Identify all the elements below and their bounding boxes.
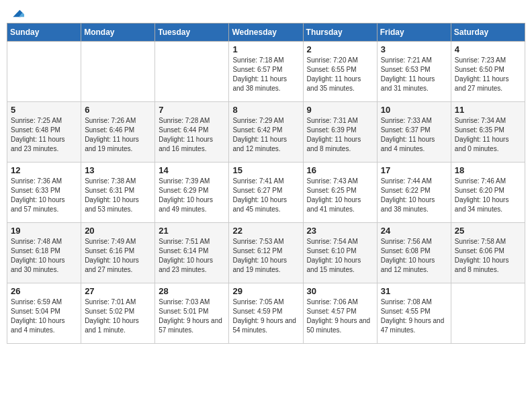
day-info: Sunrise: 7:36 AM Sunset: 6:33 PM Dayligh… [11,177,77,214]
calendar-week-row: 5Sunrise: 7:25 AM Sunset: 6:48 PM Daylig… [7,102,525,163]
calendar-table: SundayMondayTuesdayWednesdayThursdayFrid… [7,23,525,344]
calendar-cell: 7Sunrise: 7:28 AM Sunset: 6:44 PM Daylig… [155,102,229,163]
day-number: 20 [85,226,151,236]
day-info: Sunrise: 7:33 AM Sunset: 6:37 PM Dayligh… [381,116,447,154]
calendar-cell: 9Sunrise: 7:31 AM Sunset: 6:39 PM Daylig… [303,102,377,163]
day-info: Sunrise: 7:34 AM Sunset: 6:35 PM Dayligh… [455,116,521,154]
weekday-header-wednesday: Wednesday [229,24,303,42]
weekday-header-tuesday: Tuesday [155,24,229,42]
day-number: 3 [381,44,447,54]
day-info: Sunrise: 7:46 AM Sunset: 6:20 PM Dayligh… [455,177,521,214]
day-info: Sunrise: 7:56 AM Sunset: 6:08 PM Dayligh… [381,237,447,275]
day-info: Sunrise: 7:51 AM Sunset: 6:14 PM Dayligh… [159,237,225,275]
day-info: Sunrise: 7:41 AM Sunset: 6:27 PM Dayligh… [232,177,299,214]
day-number: 12 [11,165,77,175]
weekday-header-thursday: Thursday [303,24,377,42]
calendar-cell [7,42,81,102]
day-number: 9 [307,105,373,115]
calendar-cell [155,42,229,102]
calendar-cell: 19Sunrise: 7:48 AM Sunset: 6:18 PM Dayli… [7,223,81,283]
calendar-week-row: 19Sunrise: 7:48 AM Sunset: 6:18 PM Dayli… [7,223,525,283]
calendar-cell: 6Sunrise: 7:26 AM Sunset: 6:46 PM Daylig… [81,102,155,163]
weekday-header-monday: Monday [81,24,155,42]
day-info: Sunrise: 7:23 AM Sunset: 6:50 PM Dayligh… [455,56,521,93]
day-number: 27 [85,286,151,296]
calendar-cell: 30Sunrise: 7:06 AM Sunset: 4:57 PM Dayli… [303,283,377,344]
day-number: 14 [159,165,225,175]
logo [9,7,24,17]
day-number: 30 [307,286,373,296]
day-info: Sunrise: 7:18 AM Sunset: 6:57 PM Dayligh… [232,56,299,93]
day-info: Sunrise: 7:44 AM Sunset: 6:22 PM Dayligh… [381,177,447,214]
day-number: 7 [159,105,225,115]
day-info: Sunrise: 7:39 AM Sunset: 6:29 PM Dayligh… [159,177,225,214]
day-number: 13 [85,165,151,175]
calendar-cell: 2Sunrise: 7:20 AM Sunset: 6:55 PM Daylig… [303,42,377,102]
day-number: 21 [159,226,225,236]
calendar-cell: 10Sunrise: 7:33 AM Sunset: 6:37 PM Dayli… [377,102,451,163]
day-number: 24 [381,226,447,236]
day-number: 11 [455,105,521,115]
day-number: 31 [381,286,447,296]
calendar-cell: 3Sunrise: 7:21 AM Sunset: 6:53 PM Daylig… [377,42,451,102]
calendar-cell: 11Sunrise: 7:34 AM Sunset: 6:35 PM Dayli… [451,102,525,163]
calendar-cell: 14Sunrise: 7:39 AM Sunset: 6:29 PM Dayli… [155,163,229,223]
calendar-week-row: 12Sunrise: 7:36 AM Sunset: 6:33 PM Dayli… [7,163,525,223]
calendar-cell: 1Sunrise: 7:18 AM Sunset: 6:57 PM Daylig… [229,42,303,102]
calendar-cell: 25Sunrise: 7:58 AM Sunset: 6:06 PM Dayli… [451,223,525,283]
weekday-header-saturday: Saturday [451,24,525,42]
calendar-header-row: SundayMondayTuesdayWednesdayThursdayFrid… [7,24,525,42]
day-info: Sunrise: 7:29 AM Sunset: 6:42 PM Dayligh… [232,116,299,154]
weekday-header-friday: Friday [377,24,451,42]
day-info: Sunrise: 7:48 AM Sunset: 6:18 PM Dayligh… [11,237,77,275]
calendar-cell: 28Sunrise: 7:03 AM Sunset: 5:01 PM Dayli… [155,283,229,344]
calendar-cell [81,42,155,102]
day-info: Sunrise: 7:53 AM Sunset: 6:12 PM Dayligh… [232,237,299,275]
day-number: 19 [11,226,77,236]
calendar-cell: 23Sunrise: 7:54 AM Sunset: 6:10 PM Dayli… [303,223,377,283]
day-number: 2 [307,44,373,54]
calendar-cell: 31Sunrise: 7:08 AM Sunset: 4:55 PM Dayli… [377,283,451,344]
calendar-cell: 26Sunrise: 6:59 AM Sunset: 5:04 PM Dayli… [7,283,81,344]
day-number: 29 [232,286,299,296]
day-number: 26 [11,286,77,296]
day-number: 25 [455,226,521,236]
day-number: 23 [307,226,373,236]
day-info: Sunrise: 7:01 AM Sunset: 5:02 PM Dayligh… [85,298,151,335]
calendar-cell: 4Sunrise: 7:23 AM Sunset: 6:50 PM Daylig… [451,42,525,102]
calendar-cell: 20Sunrise: 7:49 AM Sunset: 6:16 PM Dayli… [81,223,155,283]
day-info: Sunrise: 7:21 AM Sunset: 6:53 PM Dayligh… [381,56,447,93]
day-number: 16 [307,165,373,175]
day-info: Sunrise: 7:49 AM Sunset: 6:16 PM Dayligh… [85,237,151,275]
day-info: Sunrise: 7:31 AM Sunset: 6:39 PM Dayligh… [307,116,373,154]
day-info: Sunrise: 7:28 AM Sunset: 6:44 PM Dayligh… [159,116,225,154]
day-number: 17 [381,165,447,175]
calendar-cell: 8Sunrise: 7:29 AM Sunset: 6:42 PM Daylig… [229,102,303,163]
calendar-cell: 15Sunrise: 7:41 AM Sunset: 6:27 PM Dayli… [229,163,303,223]
calendar-cell: 12Sunrise: 7:36 AM Sunset: 6:33 PM Dayli… [7,163,81,223]
day-info: Sunrise: 7:43 AM Sunset: 6:25 PM Dayligh… [307,177,373,214]
day-number: 28 [159,286,225,296]
day-number: 4 [455,44,521,54]
calendar-cell: 22Sunrise: 7:53 AM Sunset: 6:12 PM Dayli… [229,223,303,283]
day-number: 15 [232,165,299,175]
calendar-cell: 17Sunrise: 7:44 AM Sunset: 6:22 PM Dayli… [377,163,451,223]
day-info: Sunrise: 7:20 AM Sunset: 6:55 PM Dayligh… [307,56,373,93]
day-number: 5 [11,105,77,115]
day-info: Sunrise: 7:26 AM Sunset: 6:46 PM Dayligh… [85,116,151,154]
day-info: Sunrise: 7:58 AM Sunset: 6:06 PM Dayligh… [455,237,521,275]
day-info: Sunrise: 7:03 AM Sunset: 5:01 PM Dayligh… [159,298,225,335]
day-number: 1 [232,44,299,54]
day-info: Sunrise: 7:54 AM Sunset: 6:10 PM Dayligh… [307,237,373,275]
calendar-cell: 13Sunrise: 7:38 AM Sunset: 6:31 PM Dayli… [81,163,155,223]
day-number: 6 [85,105,151,115]
day-info: Sunrise: 7:06 AM Sunset: 4:57 PM Dayligh… [307,298,373,335]
day-info: Sunrise: 7:05 AM Sunset: 4:59 PM Dayligh… [232,298,299,335]
calendar-cell [451,283,525,344]
calendar-cell: 21Sunrise: 7:51 AM Sunset: 6:14 PM Dayli… [155,223,229,283]
day-number: 10 [381,105,447,115]
day-number: 22 [232,226,299,236]
calendar-cell: 5Sunrise: 7:25 AM Sunset: 6:48 PM Daylig… [7,102,81,163]
day-info: Sunrise: 7:08 AM Sunset: 4:55 PM Dayligh… [381,298,447,335]
calendar-cell: 29Sunrise: 7:05 AM Sunset: 4:59 PM Dayli… [229,283,303,344]
